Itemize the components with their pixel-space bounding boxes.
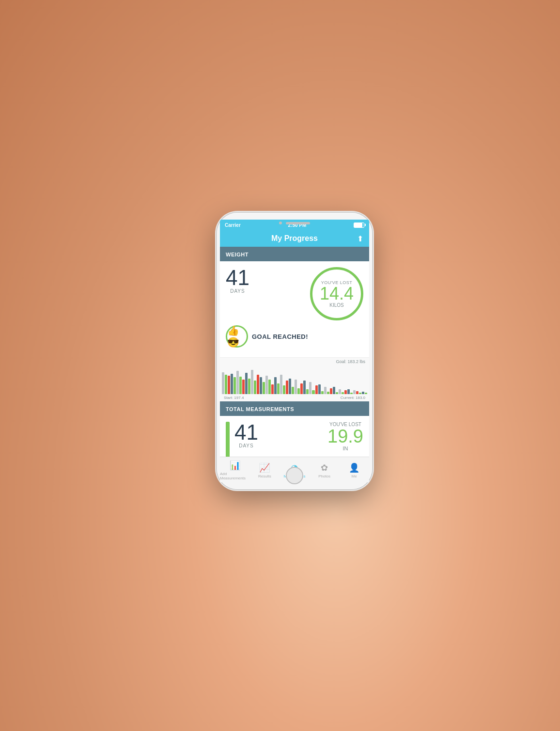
bar	[315, 385, 318, 394]
bar	[339, 389, 341, 394]
bar	[236, 371, 239, 394]
bar	[271, 384, 274, 394]
bar	[365, 393, 367, 394]
bar	[283, 385, 285, 394]
results-label: Results	[258, 474, 271, 478]
nav-bar: My Progress ⬆	[220, 230, 369, 247]
bar	[303, 381, 306, 394]
bar	[280, 375, 282, 394]
weight-chart-labels: Start: 197.4 Current: 183.0	[220, 394, 369, 401]
chart-start-label: Start: 197.4	[224, 396, 244, 400]
photos-icon: ✿	[321, 462, 328, 473]
bar	[263, 382, 265, 394]
bar	[342, 392, 344, 394]
bar	[330, 388, 332, 394]
measurements-section: 41 DAYS YOU'VE LOST 19.9 IN	[220, 416, 369, 457]
weight-bar-chart	[220, 365, 369, 394]
chart-current-label: Current: 183.0	[341, 396, 365, 400]
bar	[277, 383, 280, 394]
measurements-left: 41 DAYS	[226, 422, 258, 457]
home-button[interactable]	[286, 467, 303, 484]
bar	[297, 388, 300, 394]
weight-section-header: WEIGHT	[220, 247, 369, 261]
bar	[239, 377, 242, 394]
bar	[327, 392, 329, 394]
measurements-top-row: 41 DAYS YOU'VE LOST 19.9 IN	[226, 422, 363, 457]
bar	[225, 375, 227, 394]
lost-number: 19.9	[327, 427, 363, 445]
measurements-days-number: 41	[234, 422, 258, 443]
bar	[321, 391, 324, 394]
bar	[289, 379, 291, 394]
bar	[274, 377, 277, 394]
tab-photos[interactable]: ✿ Photos	[310, 462, 340, 478]
chart-goal-label: Goal: 183.2 lbs	[220, 358, 369, 365]
tab-me[interactable]: 👤 Me	[339, 462, 369, 478]
results-icon: 📈	[259, 462, 270, 473]
weight-chart-area: Goal: 183.2 lbs	[220, 357, 369, 401]
screen-content: WEIGHT 41 DAYS YOU'VE LOST 14.4	[220, 247, 369, 482]
phone-device: Carrier 2:50 PM My Progress ⬆ WEIGHT	[217, 213, 372, 489]
bar	[228, 376, 230, 394]
measurements-days-block: 41 DAYS	[234, 422, 258, 448]
goal-reached-text: GOAL REACHED!	[252, 333, 308, 340]
bar	[268, 380, 271, 394]
bar	[292, 387, 294, 394]
bar	[347, 389, 350, 394]
goal-emoji-circle: 👍😎	[226, 325, 248, 348]
bar	[242, 380, 245, 394]
bar	[333, 387, 335, 394]
battery-fill	[354, 223, 362, 227]
circle-number: 14.4	[320, 285, 354, 302]
weight-days-block: 41 DAYS	[226, 267, 249, 294]
circle-unit: KILOS	[329, 302, 343, 308]
weight-top-row: 41 DAYS YOU'VE LOST 14.4 KILOS	[226, 267, 363, 320]
photos-label: Photos	[318, 474, 330, 478]
bar	[362, 392, 364, 394]
bar	[245, 373, 248, 394]
bar	[222, 372, 224, 394]
bar	[233, 377, 236, 394]
bar	[286, 381, 288, 394]
goal-reached-row: 👍😎 GOAL REACHED!	[226, 325, 363, 348]
bar	[324, 387, 327, 394]
bar	[295, 380, 297, 394]
bar	[306, 389, 309, 394]
me-icon: 👤	[349, 462, 359, 473]
bar	[254, 381, 256, 394]
goal-emoji: 👍😎	[227, 325, 247, 348]
bar	[265, 376, 268, 394]
measurements-lost-block: YOU'VE LOST 19.9 IN	[327, 422, 363, 451]
bar	[318, 384, 321, 394]
screen: Carrier 2:50 PM My Progress ⬆ WEIGHT	[220, 220, 369, 482]
bar	[344, 390, 347, 394]
camera-dot	[279, 222, 282, 224]
phone-camera-area	[279, 222, 310, 224]
weight-circle-badge: YOU'VE LOST 14.4 KILOS	[310, 267, 363, 320]
bar	[231, 374, 233, 394]
weight-days-number: 41	[226, 267, 249, 288]
bar	[248, 379, 250, 394]
bar	[336, 392, 338, 394]
bar	[260, 377, 262, 394]
weight-days-label: DAYS	[230, 288, 245, 294]
weight-section: 41 DAYS YOU'VE LOST 14.4 KILOS	[220, 261, 369, 357]
tab-results[interactable]: 📈 Results	[250, 462, 280, 478]
measurements-section-header: TOTAL MEASUREMENTS	[220, 401, 369, 416]
measurements-days-label: DAYS	[239, 443, 254, 448]
bar	[300, 383, 303, 394]
share-icon[interactable]: ⬆	[357, 234, 363, 243]
speaker	[286, 222, 310, 224]
bar	[309, 382, 311, 394]
bar	[257, 375, 259, 394]
bar	[353, 390, 356, 394]
tab-add-measurements[interactable]: 📊 Add Measurements	[220, 460, 250, 480]
measurements-header-text: TOTAL MEASUREMENTS	[226, 406, 294, 412]
battery-icon	[354, 222, 364, 228]
carrier-label: Carrier	[225, 222, 241, 228]
weight-header-text: WEIGHT	[226, 252, 249, 257]
bar	[251, 370, 253, 394]
green-bar-accent	[226, 422, 230, 457]
bar	[312, 390, 314, 394]
bar	[350, 393, 353, 394]
